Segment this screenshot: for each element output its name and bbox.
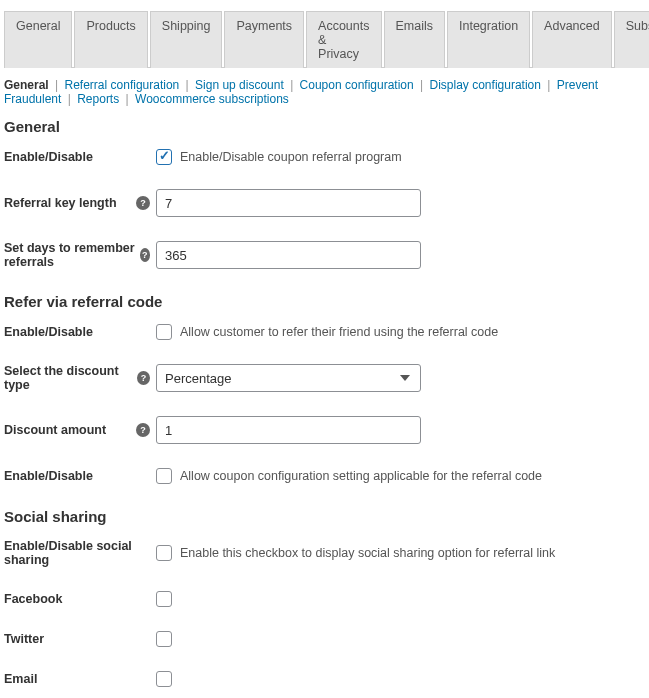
row-facebook: Facebook [4, 591, 649, 607]
help-icon[interactable]: ? [136, 196, 150, 210]
row-key-length: Referral key length ? [4, 189, 649, 217]
tab-integration[interactable]: Integration [447, 11, 530, 68]
row-discount-type: Select the discount type ? Percentage [4, 364, 649, 392]
checkbox-facebook[interactable] [156, 591, 172, 607]
tab-general[interactable]: General [4, 11, 72, 68]
subnav-coupon-configuration[interactable]: Coupon configuration [300, 78, 414, 92]
cb-text-coupon-config: Allow coupon configuration setting appli… [180, 469, 542, 483]
tab-emails[interactable]: Emails [384, 11, 446, 68]
cb-text-enable-social: Enable this checkbox to display social s… [180, 546, 555, 560]
cb-text-enable-program: Enable/Disable coupon referral program [180, 150, 402, 164]
label-coupon-config: Enable/Disable [4, 469, 156, 483]
label-enable-program: Enable/Disable [4, 150, 156, 164]
help-icon[interactable]: ? [136, 423, 150, 437]
label-remember-days: Set days to remember referrals [4, 241, 140, 269]
tab-accounts-privacy[interactable]: Accounts & Privacy [306, 11, 381, 68]
label-email: Email [4, 672, 156, 686]
label-discount-amount: Discount amount [4, 423, 106, 437]
label-key-length: Referral key length [4, 196, 117, 210]
section-heading-general: General [4, 118, 649, 135]
label-enable-social: Enable/Disable social sharing [4, 539, 156, 567]
row-enable-social: Enable/Disable social sharing Enable thi… [4, 539, 649, 567]
row-remember-days: Set days to remember referrals ? [4, 241, 649, 269]
subnav: General | Referral configuration | Sign … [4, 68, 649, 110]
label-twitter: Twitter [4, 632, 156, 646]
subnav-general[interactable]: General [4, 78, 49, 92]
select-discount-type[interactable]: Percentage [156, 364, 421, 392]
subnav-referral-configuration[interactable]: Referral configuration [65, 78, 180, 92]
input-remember-days[interactable] [156, 241, 421, 269]
subnav-woocommerce-subscriptions[interactable]: Woocommerce subscriptions [135, 92, 289, 106]
checkbox-enable-program[interactable] [156, 149, 172, 165]
help-icon[interactable]: ? [140, 248, 150, 262]
cb-text-enable-refer-code: Allow customer to refer their friend usi… [180, 325, 498, 339]
checkbox-coupon-config[interactable] [156, 468, 172, 484]
subnav-display-configuration[interactable]: Display configuration [430, 78, 541, 92]
subnav-sign-up-discount[interactable]: Sign up discount [195, 78, 284, 92]
row-enable-refer-code: Enable/Disable Allow customer to refer t… [4, 324, 649, 340]
checkbox-enable-social[interactable] [156, 545, 172, 561]
label-enable-refer-code: Enable/Disable [4, 325, 156, 339]
checkbox-twitter[interactable] [156, 631, 172, 647]
checkbox-enable-refer-code[interactable] [156, 324, 172, 340]
row-coupon-config: Enable/Disable Allow coupon configuratio… [4, 468, 649, 484]
tab-subscriptions[interactable]: Subscriptions [614, 11, 649, 68]
label-facebook: Facebook [4, 592, 156, 606]
row-email: Email [4, 671, 649, 687]
input-key-length[interactable] [156, 189, 421, 217]
subnav-reports[interactable]: Reports [77, 92, 119, 106]
row-discount-amount: Discount amount ? [4, 416, 649, 444]
row-enable-program: Enable/Disable Enable/Disable coupon ref… [4, 149, 649, 165]
help-icon[interactable]: ? [137, 371, 150, 385]
row-twitter: Twitter [4, 631, 649, 647]
tab-shipping[interactable]: Shipping [150, 11, 223, 68]
tab-products[interactable]: Products [74, 11, 147, 68]
section-heading-refer-code: Refer via referral code [4, 293, 649, 310]
tab-payments[interactable]: Payments [224, 11, 304, 68]
checkbox-email[interactable] [156, 671, 172, 687]
tab-advanced[interactable]: Advanced [532, 11, 612, 68]
section-heading-social: Social sharing [4, 508, 649, 525]
primary-tabs: General Products Shipping Payments Accou… [4, 10, 649, 68]
label-discount-type: Select the discount type [4, 364, 137, 392]
input-discount-amount[interactable] [156, 416, 421, 444]
